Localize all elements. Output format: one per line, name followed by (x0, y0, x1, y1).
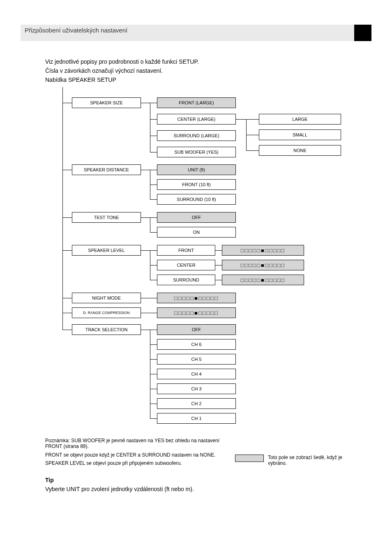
label: ON (193, 230, 200, 235)
label: CENTER (LARGE) (178, 117, 216, 122)
item-test-on[interactable]: ON (157, 227, 236, 238)
conn (246, 119, 259, 120)
label: LARGE (292, 117, 307, 122)
item-test-tone[interactable]: TEST TONE (72, 212, 141, 223)
intro-line-1: Viz jednotlivé popisy pro podrobnosti o … (45, 58, 199, 66)
intro-line-3: Nabídka SPEAKER SETUP (45, 76, 116, 84)
item-center-large[interactable]: CENTER (LARGE) (157, 114, 236, 125)
conn (150, 418, 157, 419)
item-test-off[interactable]: OFF (157, 212, 236, 223)
slider-night[interactable]: □□□□□■□□□□□ (157, 293, 236, 303)
label: SMALL (293, 132, 307, 137)
conn (150, 136, 157, 136)
item-track-3[interactable]: CH 3 (157, 383, 236, 394)
conn (150, 217, 157, 218)
tip-body: Vyberte UNIT pro zvolení jednotky vzdále… (45, 486, 194, 492)
label: CH 5 (191, 357, 201, 362)
label: CH 4 (191, 372, 201, 376)
conn (150, 103, 157, 103)
conn (150, 152, 157, 152)
conn (215, 265, 222, 265)
item-track-off[interactable]: OFF (157, 324, 236, 335)
trunk-line (62, 87, 63, 330)
item-track-1[interactable]: CH 1 (157, 413, 236, 424)
conn (62, 217, 72, 218)
conn (141, 313, 157, 313)
conn (150, 185, 157, 185)
conn (62, 250, 72, 251)
label: TRACK SELECTION (85, 327, 128, 332)
conn (150, 389, 157, 389)
conn (150, 119, 157, 120)
conn (150, 250, 157, 251)
conn (246, 150, 259, 151)
item-front-large[interactable]: FRONT (LARGE) (157, 97, 236, 108)
item-unit-ft[interactable]: UNIT (ft) (157, 164, 236, 175)
intro-line-2: Čísla v závorkách označují výchozí nasta… (45, 67, 163, 75)
label: CH 3 (191, 386, 201, 391)
slider-glyph: □□□□□■□□□□□ (241, 277, 285, 283)
conn (141, 330, 150, 330)
item-track-2[interactable]: CH 2 (157, 398, 236, 409)
item-surround-large[interactable]: SURROUND (LARGE) (157, 130, 236, 141)
header-black-tab (354, 25, 371, 41)
label: FRONT (10 ft) (182, 182, 210, 187)
label: CH 2 (191, 401, 201, 406)
item-level-surround[interactable]: SURROUND (157, 275, 215, 285)
page: Přizpůsobení uživatelských nastavení Viz… (0, 0, 392, 554)
conn (141, 250, 150, 251)
slider-center[interactable]: □□□□□■□□□□□ (222, 260, 304, 270)
label: CH 1 (191, 416, 201, 421)
item-speaker-level[interactable]: SPEAKER LEVEL (72, 245, 141, 256)
conn (150, 232, 157, 233)
item-dist-surround[interactable]: SURROUND (10 ft) (157, 194, 236, 205)
item-subwoofer-yes[interactable]: SUB WOOFER (YES) (157, 147, 236, 157)
item-drc[interactable]: D. RANGE COMPRESSION (72, 307, 141, 318)
item-speaker-distance[interactable]: SPEAKER DISTANCE (72, 164, 141, 175)
label: D. RANGE COMPRESSION (83, 311, 130, 315)
item-small[interactable]: SMALL (259, 129, 341, 140)
item-none[interactable]: NONE (259, 145, 341, 156)
conn (215, 280, 222, 280)
item-speaker-size[interactable]: SPEAKER SIZE (72, 97, 141, 108)
legend-text: Toto pole se zobrazí šedě, když je vybrá… (268, 455, 358, 466)
conn (141, 298, 157, 298)
conn (150, 265, 157, 265)
conn (236, 119, 246, 120)
label: SURROUND (10 ft) (177, 197, 216, 202)
item-track-4[interactable]: CH 4 (157, 369, 236, 379)
slider-drc[interactable]: □□□□□■□□□□□ (157, 307, 236, 318)
conn (150, 170, 157, 170)
conn (62, 103, 72, 103)
item-night-mode[interactable]: NIGHT MODE (72, 293, 141, 303)
conn (150, 280, 157, 280)
slider-front[interactable]: □□□□□■□□□□□ (222, 245, 304, 256)
conn (150, 103, 150, 152)
label: FRONT (178, 248, 194, 253)
item-level-center[interactable]: CENTER (157, 260, 215, 270)
slider-glyph: □□□□□■□□□□□ (241, 262, 285, 268)
conn (150, 217, 150, 232)
label: SPEAKER SIZE (90, 100, 122, 105)
conn (150, 374, 157, 374)
item-dist-front[interactable]: FRONT (10 ft) (157, 179, 236, 190)
conn (141, 103, 150, 103)
label: SUB WOOFER (YES) (174, 150, 219, 155)
footnote-2: FRONT se objeví pouze když je CENTER a S… (45, 452, 222, 458)
label: TEST TONE (94, 215, 119, 220)
conn (62, 170, 72, 170)
slider-surround[interactable]: □□□□□■□□□□□ (222, 275, 304, 285)
conn (62, 330, 72, 330)
label: NONE (293, 148, 307, 153)
item-level-front[interactable]: FRONT (157, 245, 215, 256)
item-large[interactable]: LARGE (259, 114, 341, 125)
label: SPEAKER DISTANCE (84, 167, 129, 172)
conn (150, 359, 157, 360)
item-track-5[interactable]: CH 5 (157, 354, 236, 365)
label: OFF (192, 327, 201, 332)
slider-glyph: □□□□□■□□□□□ (241, 247, 285, 254)
item-track-selection[interactable]: TRACK SELECTION (72, 324, 141, 335)
item-track-6[interactable]: CH 6 (157, 339, 236, 350)
slider-glyph: □□□□□■□□□□□ (174, 295, 219, 301)
legend-swatch (235, 455, 264, 462)
